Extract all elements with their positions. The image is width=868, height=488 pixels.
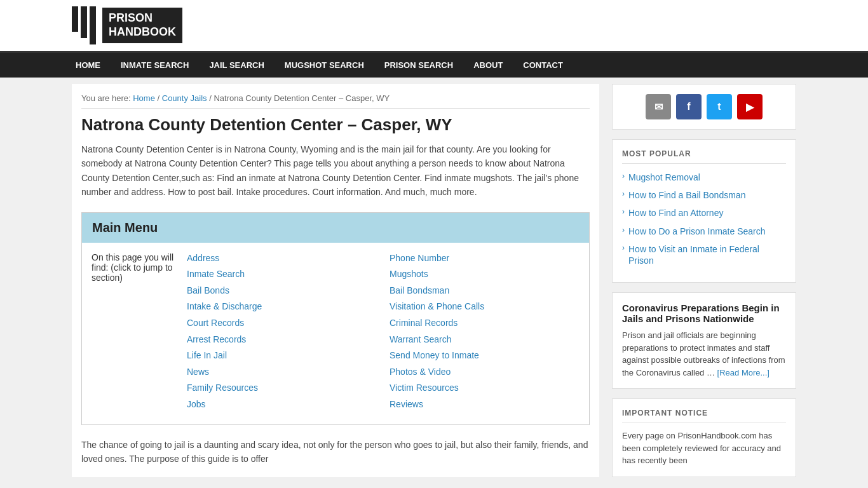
most-popular-box: MOST POPULAR › Mugshot Removal › How to … xyxy=(612,139,796,283)
youtube-button[interactable]: ▶ xyxy=(737,94,763,119)
important-notice-box: IMPORTANT NOTICE Every page on PrisonHan… xyxy=(612,398,796,477)
menu-col1: Address Inmate Search Bail Bonds Intake … xyxy=(187,252,377,415)
menu-link-intake[interactable]: Intake & Discharge xyxy=(187,301,377,313)
menu-links: Address Inmate Search Bail Bonds Intake … xyxy=(187,252,580,415)
nav-about[interactable]: ABOUT xyxy=(463,53,513,78)
nav-mugshot-search[interactable]: MUGSHOT SEARCH xyxy=(275,53,374,78)
menu-link-news[interactable]: News xyxy=(187,366,377,379)
nav-jail-search[interactable]: JAIL SEARCH xyxy=(199,53,274,78)
nav-inmate-search[interactable]: INMATE SEARCH xyxy=(111,53,199,78)
logo-bar-1 xyxy=(72,6,78,32)
menu-link-court-records[interactable]: Court Records xyxy=(187,317,377,330)
popular-item: › How to Visit an Inmate in Federal Pris… xyxy=(622,243,786,266)
menu-link-mugshots[interactable]: Mugshots xyxy=(390,268,580,281)
popular-link-attorney[interactable]: How to Find an Attorney xyxy=(628,207,723,219)
sidebar: ✉ f t ▶ MOST POPULAR › Mugshot Removal ›… xyxy=(612,84,796,477)
email-button[interactable]: ✉ xyxy=(646,94,671,119)
menu-link-photos[interactable]: Photos & Video xyxy=(390,366,580,379)
page-title: Natrona County Detention Center – Casper… xyxy=(81,115,590,135)
coronavirus-title: Coronavirus Preparations Begin in Jails … xyxy=(622,302,786,324)
nav-prison-search[interactable]: PRISON SEARCH xyxy=(374,53,463,78)
arrow-icon: › xyxy=(622,226,625,234)
menu-link-bail-bondsman[interactable]: Bail Bondsman xyxy=(390,285,580,297)
breadcrumb: You are here: Home / County Jails / Natr… xyxy=(81,93,590,109)
popular-item: › How to Find an Attorney xyxy=(622,207,786,219)
logo-bar-2 xyxy=(81,6,87,38)
menu-link-inmate-search[interactable]: Inmate Search xyxy=(187,268,377,281)
logo-line2: HANDBOOK xyxy=(109,25,176,39)
menu-link-criminal-records[interactable]: Criminal Records xyxy=(390,317,580,330)
breadcrumb-county-jails[interactable]: County Jails xyxy=(162,93,207,103)
arrow-icon: › xyxy=(622,189,625,198)
bottom-text: The chance of going to jail is a dauntin… xyxy=(81,438,590,466)
popular-link-prison-search[interactable]: How to Do a Prison Inmate Search xyxy=(628,226,766,237)
logo-line1: PRISON xyxy=(109,11,176,25)
menu-col2: Phone Number Mugshots Bail Bondsman Visi… xyxy=(390,252,580,415)
site-header: PRISON HANDBOOK xyxy=(0,0,868,53)
menu-link-victim-resources[interactable]: Victim Resources xyxy=(390,382,580,395)
site-logo[interactable]: PRISON HANDBOOK xyxy=(72,6,182,44)
menu-intro-text: On this page you will find: (click to ju… xyxy=(92,252,173,283)
menu-link-jobs[interactable]: Jobs xyxy=(187,398,377,411)
menu-link-phone[interactable]: Phone Number xyxy=(390,252,580,265)
menu-link-arrest-records[interactable]: Arrest Records xyxy=(187,334,377,346)
menu-link-visitation[interactable]: Visitation & Phone Calls xyxy=(390,301,580,313)
logo-bars-icon xyxy=(72,6,96,44)
arrow-icon: › xyxy=(622,207,625,216)
menu-content: On this page you will find: (click to ju… xyxy=(82,243,589,424)
logo-text: PRISON HANDBOOK xyxy=(102,8,182,43)
twitter-button[interactable]: t xyxy=(707,94,732,119)
important-notice-text: Every page on PrisonHandbook.com has bee… xyxy=(622,430,786,467)
coronavirus-box: Coronavirus Preparations Begin in Jails … xyxy=(612,292,796,389)
menu-link-reviews[interactable]: Reviews xyxy=(390,398,580,411)
breadcrumb-current: Natrona County Detention Center – Casper… xyxy=(214,93,390,103)
coronavirus-text: Prison and jail officials are beginning … xyxy=(622,329,786,379)
popular-link-mugshot[interactable]: Mugshot Removal xyxy=(628,172,700,183)
breadcrumb-home[interactable]: Home xyxy=(133,93,155,103)
popular-item: › How to Find a Bail Bondsman xyxy=(622,189,786,201)
menu-link-address[interactable]: Address xyxy=(187,252,377,265)
main-content: You are here: Home / County Jails / Natr… xyxy=(72,84,599,477)
important-notice-title: IMPORTANT NOTICE xyxy=(622,409,786,423)
logo-bar-3 xyxy=(90,6,96,44)
arrow-icon: › xyxy=(622,243,625,252)
page-description: Natrona County Detention Center is in Na… xyxy=(81,142,590,200)
main-menu-box: Main Menu On this page you will find: (c… xyxy=(81,212,590,425)
menu-link-warrant[interactable]: Warrant Search xyxy=(390,334,580,346)
most-popular-title: MOST POPULAR xyxy=(622,149,786,164)
menu-link-life-in-jail[interactable]: Life In Jail xyxy=(187,349,377,362)
read-more-link[interactable]: [Read More...] xyxy=(717,368,770,377)
menu-link-bail-bonds[interactable]: Bail Bonds xyxy=(187,285,377,297)
menu-link-family-resources[interactable]: Family Resources xyxy=(187,382,377,395)
main-menu-header: Main Menu xyxy=(82,213,589,243)
arrow-icon: › xyxy=(622,172,625,180)
popular-link-visit-federal[interactable]: How to Visit an Inmate in Federal Prison xyxy=(628,243,786,266)
popular-item: › How to Do a Prison Inmate Search xyxy=(622,226,786,237)
popular-item: › Mugshot Removal xyxy=(622,172,786,183)
main-nav: HOME INMATE SEARCH JAIL SEARCH MUGSHOT S… xyxy=(0,53,868,78)
nav-contact[interactable]: CONTACT xyxy=(513,53,573,78)
facebook-button[interactable]: f xyxy=(676,94,702,119)
popular-link-bail[interactable]: How to Find a Bail Bondsman xyxy=(628,189,745,201)
nav-home[interactable]: HOME xyxy=(65,53,111,78)
menu-link-send-money[interactable]: Send Money to Inmate xyxy=(390,349,580,362)
you-are-here: You are here: xyxy=(81,93,131,103)
menu-intro: On this page you will find: (click to ju… xyxy=(92,252,180,415)
social-bar: ✉ f t ▶ xyxy=(612,84,796,130)
